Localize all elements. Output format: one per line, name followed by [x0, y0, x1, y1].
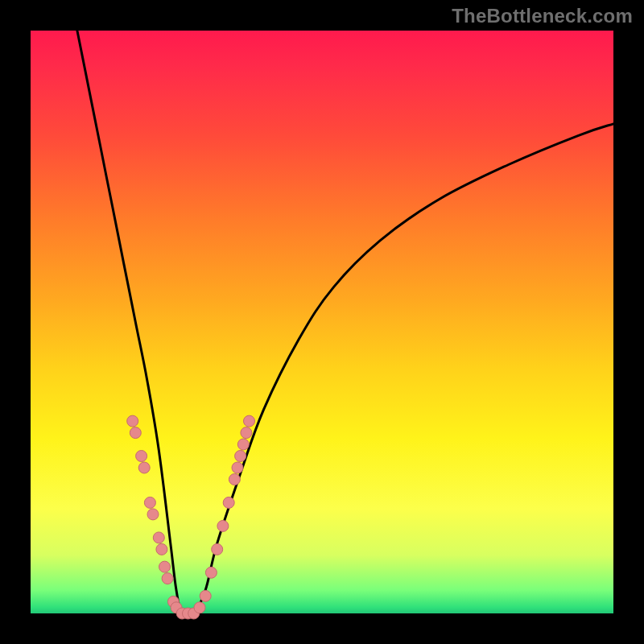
- data-marker: [223, 497, 234, 508]
- plot-area: [31, 31, 613, 613]
- data-marker: [217, 520, 229, 531]
- chart-canvas: TheBottleneck.com: [0, 0, 644, 644]
- marker-layer: [127, 415, 255, 619]
- data-marker: [144, 497, 155, 508]
- data-marker: [229, 474, 240, 485]
- data-marker: [130, 427, 141, 439]
- data-marker: [237, 439, 249, 450]
- data-marker: [153, 532, 164, 543]
- data-marker: [138, 462, 150, 473]
- data-marker: [205, 567, 217, 578]
- data-marker: [162, 573, 173, 584]
- data-marker: [159, 561, 171, 572]
- data-marker: [200, 590, 211, 601]
- bottleneck-curve: [77, 31, 613, 617]
- data-marker: [156, 543, 167, 555]
- data-marker: [241, 427, 252, 439]
- data-marker: [136, 451, 147, 462]
- data-marker: [147, 509, 159, 520]
- data-marker: [244, 415, 255, 427]
- data-marker: [194, 602, 205, 613]
- watermark-text: TheBottleneck.com: [452, 5, 633, 27]
- data-marker: [235, 451, 246, 462]
- data-marker: [232, 462, 243, 473]
- data-marker: [212, 543, 223, 555]
- chart-svg: [31, 31, 613, 613]
- data-marker: [127, 415, 138, 427]
